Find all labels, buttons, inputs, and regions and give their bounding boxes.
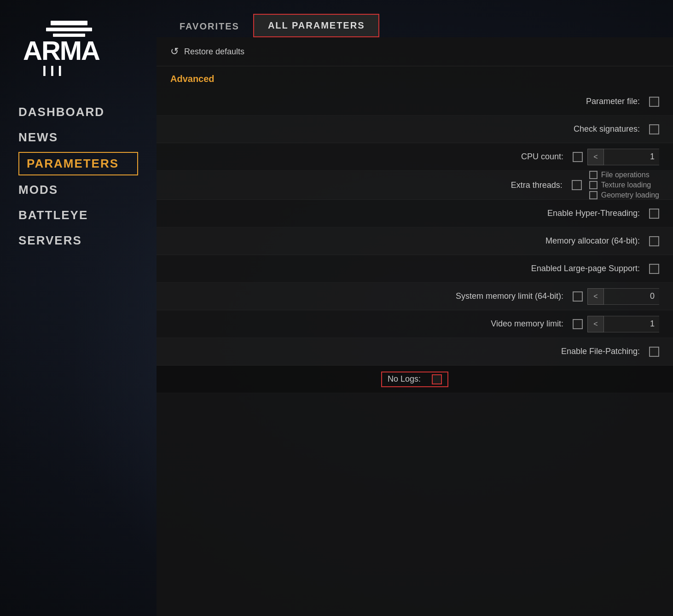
tab-favorites[interactable]: FAVORITES [166,16,253,37]
param-stepper-video-memory: < 1 [587,316,659,332]
param-checkbox-no-logs[interactable] [432,374,442,384]
sidebar-item-parameters[interactable]: PARAMETERS [18,152,138,175]
sub-label-geometry-loading: Geometry loading [601,191,659,199]
param-label-system-memory-limit: System memory limit (64-bit): [170,291,573,301]
tab-all-parameters[interactable]: ALL PARAMETERS [253,14,380,37]
param-checkbox-parameter-file[interactable] [649,97,659,107]
param-stepper-system-memory: < 0 [587,288,659,305]
param-stepper-cpu-count: < 1 [587,149,659,165]
svg-text:III: III [42,63,66,78]
param-label-video-memory-limit: Video memory limit: [170,319,573,329]
param-checkbox-cpu-count[interactable] [573,152,583,162]
param-checkbox-file-patching[interactable] [649,347,659,357]
sub-label-file-operations: File operations [601,171,650,179]
param-checkbox-system-memory-limit[interactable] [573,291,583,302]
restore-defaults-label: Restore defaults [184,47,244,57]
param-row-large-page-support: Enabled Large-page Support: [157,255,673,283]
section-advanced-header: Advanced [157,66,673,88]
main-content: FAVORITES ALL PARAMETERS ↺ Restore defau… [157,0,673,616]
sub-label-texture-loading: Texture loading [601,181,651,189]
param-row-video-memory-limit: Video memory limit: < 1 [157,310,673,338]
sidebar-item-news[interactable]: NEWS [18,127,138,148]
sub-checkbox-file-operations[interactable] [589,171,598,179]
sidebar-item-battleye[interactable]: BATTLEYE [18,204,138,226]
param-row-parameter-file: Parameter file: [157,88,673,116]
svg-text:ARMA: ARMA [23,35,100,65]
param-checkbox-memory-allocator[interactable] [649,236,659,246]
param-label-large-page-support: Enabled Large-page Support: [170,264,649,273]
param-row-file-patching: Enable File-Patching: [157,338,673,366]
param-label-extra-threads: Extra threads: [170,180,572,190]
param-checkbox-hyper-threading[interactable] [649,209,659,219]
stepper-decrement-system-memory[interactable]: < [587,288,604,305]
sub-checkbox-geometry-loading[interactable] [589,191,598,199]
sidebar-item-servers[interactable]: SERVERS [18,230,138,251]
stepper-value-cpu: 1 [604,149,659,165]
param-row-no-logs: No Logs: [157,366,673,393]
param-row-cpu-count: CPU count: < 1 [157,143,673,171]
sidebar-item-mods[interactable]: MODS [18,179,138,201]
param-checkbox-check-signatures[interactable] [649,124,659,134]
no-logs-highlight-box: No Logs: [381,372,448,387]
restore-defaults-bar[interactable]: ↺ Restore defaults [157,37,673,66]
param-label-hyper-threading: Enable Hyper-Threading: [170,209,649,218]
stepper-value-system-memory: 0 [604,288,659,305]
params-panel: ↺ Restore defaults Advanced Parameter fi… [157,37,673,616]
svg-rect-0 [51,21,87,25]
sidebar-nav: DASHBOARD NEWS PARAMETERS MODS BATTLEYE … [18,101,138,251]
param-checkbox-large-page-support[interactable] [649,264,659,274]
param-row-memory-allocator: Memory allocator (64-bit): [157,227,673,255]
svg-rect-1 [46,28,92,31]
sub-option-file-operations: File operations [589,171,659,179]
param-row-check-signatures: Check signatures: [157,116,673,143]
restore-icon: ↺ [170,46,179,58]
param-label-check-signatures: Check signatures: [170,124,649,134]
sub-option-geometry-loading: Geometry loading [589,191,659,199]
param-row-system-memory-limit: System memory limit (64-bit): < 0 [157,283,673,310]
param-label-file-patching: Enable File-Patching: [170,347,649,356]
param-label-parameter-file: Parameter file: [170,97,649,106]
sidebar: ARMA III DASHBOARD NEWS PARAMETERS MODS … [0,0,157,616]
stepper-decrement-video-memory[interactable]: < [587,316,604,332]
param-row-hyper-threading: Enable Hyper-Threading: [157,200,673,227]
stepper-value-video-memory: 1 [604,316,659,332]
sidebar-item-dashboard[interactable]: DASHBOARD [18,101,138,123]
extra-threads-sub-options: File operations Texture loading Geometry… [589,171,659,199]
app-logo: ARMA III [18,18,120,78]
tab-bar: FAVORITES ALL PARAMETERS [157,0,673,37]
param-checkbox-video-memory-limit[interactable] [573,319,583,329]
param-label-memory-allocator: Memory allocator (64-bit): [170,236,649,246]
param-checkbox-extra-threads[interactable] [572,180,582,190]
param-row-extra-threads: Extra threads: File operations Texture l… [157,171,673,200]
parameters-list: Parameter file: Check signatures: CPU co… [157,88,673,402]
stepper-decrement-cpu[interactable]: < [587,149,604,165]
sub-option-texture-loading: Texture loading [589,181,659,189]
param-label-cpu-count: CPU count: [170,152,573,162]
param-label-no-logs: No Logs: [388,374,426,384]
sub-checkbox-texture-loading[interactable] [589,181,598,189]
